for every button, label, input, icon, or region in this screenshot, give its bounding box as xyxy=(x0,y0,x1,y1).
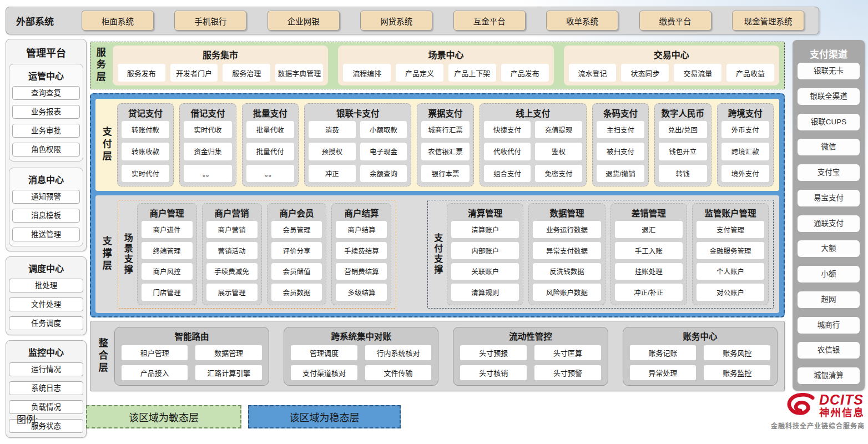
payment-channel-item: 银联CUPS xyxy=(798,114,860,130)
support-item: 个人账户 xyxy=(697,263,764,280)
payment-column-title: 线上支付 xyxy=(484,105,582,121)
legend-stable-box: 该区域为稳态层 xyxy=(248,405,401,428)
service-item: 开发者门户 xyxy=(170,64,218,82)
dcits-swirl-icon xyxy=(785,393,817,418)
payment-item: 余额查询 xyxy=(360,165,407,182)
payment-channel-item: 大额 xyxy=(798,240,860,257)
payment-item: 预授权 xyxy=(309,143,356,160)
integration-item: 行内系统核对 xyxy=(365,345,432,360)
integration-group-title: 账务中心 xyxy=(630,330,770,342)
payment-item: 转钱 xyxy=(659,165,706,182)
support-section-columns: 清算管理 清算账户内部账户关联账户清算规则 数据管理 业务运行数据异常支付数据反… xyxy=(447,203,769,305)
support-item: 业务运行数据 xyxy=(533,221,600,238)
support-item: 清算规则 xyxy=(451,284,519,301)
service-group: 场景中心 流程编排产品定义产品上下架产品发布 xyxy=(338,46,553,85)
management-platform-box: 管理平台 运管中心 查询查复业务报表业务审批角色权限 消息中心 通知预警消息模板… xyxy=(6,39,87,251)
management-group-title: 运管中心 xyxy=(12,69,80,82)
external-system-box: 互金平台 xyxy=(453,11,526,31)
payment-item: 批量代收 xyxy=(246,121,294,138)
payment-column-title: 借记支付 xyxy=(184,105,231,121)
support-item: 关联账户 xyxy=(451,263,519,280)
support-column-items: 业务运行数据异常支付数据反洗钱数据风险账户数据 xyxy=(533,221,600,301)
service-group-title: 场景中心 xyxy=(343,48,548,61)
payment-column-items: 主扫支付被扫支付退货/撤销 xyxy=(597,121,644,182)
payment-column-title: 数字人民币 xyxy=(659,105,706,121)
management-item: 系统日志 xyxy=(9,381,83,395)
support-item: 支付管理 xyxy=(697,221,764,238)
support-item: 商户风控 xyxy=(142,263,193,280)
payment-item: 跨境汇款 xyxy=(721,143,769,160)
integration-layer: 整合层 智能路由 租户管理数据管理产品接入汇路计算引擎 跨系统集中对账 管理调度… xyxy=(90,321,785,391)
support-item: 会员管理 xyxy=(271,221,322,238)
payment-item: 兑出/兑回 xyxy=(659,121,706,138)
payment-column-title: 批量支付 xyxy=(246,105,294,121)
support-item: 展示管理 xyxy=(206,284,258,301)
payment-item: 批量代付 xyxy=(246,143,294,160)
dcits-logo-row: DCITS 神州信息 xyxy=(785,393,865,418)
payment-item: 转账收款 xyxy=(122,143,169,160)
external-systems-bar: 外部系统 柜面系统手机银行企业网银网贷系统互金平台收单系统缴费平台现金管理系统 xyxy=(6,7,819,34)
support-item: 会员储值 xyxy=(271,263,322,280)
legend-agile-box: 该区域为敏态层 xyxy=(86,405,241,428)
support-item: 会员数据 xyxy=(271,284,322,301)
integration-item: 头寸核销 xyxy=(460,365,527,380)
service-item: 数据字典管理 xyxy=(275,64,323,82)
integration-group: 账务中心 账务记账账务风控异常处理账务监控 xyxy=(623,327,778,386)
payment-column: 借记支付 实时代收资金归集。。 xyxy=(179,103,236,186)
support-column: 监管账户管理 支付管理金融服务管理个人账户对公账户 xyxy=(692,203,769,305)
support-section: 场景支撑 商户管理 商户进件终端管理商户风控门店管理 商户营销 xyxy=(118,200,397,309)
dcits-logo-text: DCITS 神州信息 xyxy=(819,393,865,418)
payment-item: 银行本票 xyxy=(421,165,469,182)
payment-column: 跨境支付 外币支付跨境汇款境外支付 xyxy=(717,103,774,186)
support-item: 商户进件 xyxy=(142,221,193,238)
management-group: 运管中心 查询查复业务报表业务审批角色权限 xyxy=(9,64,83,162)
integration-groups: 智能路由 租户管理数据管理产品接入汇路计算引擎 跨系统集中对账 管理调度行内系统… xyxy=(114,327,778,386)
integration-item: 汇路计算引擎 xyxy=(195,365,262,380)
payment-item: 实时代收 xyxy=(184,121,231,138)
payment-channel-item: 小额 xyxy=(798,266,860,282)
integration-item: 数据管理 xyxy=(195,345,262,360)
support-item: 反洗钱数据 xyxy=(533,263,600,280)
payment-column-items: 城商行汇票农信银汇票银行本票 xyxy=(421,121,469,182)
payment-channels-list: 银联无卡银联全渠道银联CUPS微信支付宝易宝支付通联支付大额小额超网城商行农信银… xyxy=(798,63,860,384)
integration-group-title: 流动性管控 xyxy=(460,330,600,342)
payment-item: 充值提现 xyxy=(535,121,582,138)
support-item: 冲正/补正 xyxy=(615,284,683,301)
support-column-title: 数据管理 xyxy=(533,205,600,221)
service-layer-label: 服务层 xyxy=(95,47,105,84)
service-item: 产品发布 xyxy=(501,64,549,82)
service-layer: 服务层 服务集市 服务发布开发者门户服务治理数据字典管理 场景中心 流程编排产品… xyxy=(90,42,785,89)
payment-channel-item: 支付宝 xyxy=(798,164,860,181)
payment-column: 票据支付 城商行汇票农信银汇票银行本票 xyxy=(417,103,473,186)
integration-item: 头寸预报 xyxy=(460,345,527,360)
support-section-label: 支付支撑 xyxy=(432,233,442,275)
support-column-items: 支付管理金融服务管理个人账户对公账户 xyxy=(697,221,764,301)
payment-item: 外币支付 xyxy=(721,121,769,138)
payment-channel-item: 农信银 xyxy=(798,342,860,359)
management-platform-title: 管理平台 xyxy=(9,45,83,59)
external-system-box: 柜面系统 xyxy=(82,11,154,31)
service-item: 状态同步 xyxy=(621,64,669,82)
payment-item: 代收代付 xyxy=(484,143,531,160)
management-group: 调度中心 批处理文件处理任务调度 xyxy=(6,256,87,335)
support-column-title: 商户管理 xyxy=(142,205,193,221)
dcits-tagline: 金融科技全产业链综合服务商 xyxy=(771,421,865,430)
support-column: 商户结算 商户结算手续费结算营销费结算多级结算 xyxy=(331,203,391,305)
support-item: 营销活动 xyxy=(206,242,258,259)
integration-group: 跨系统集中对账 管理调度行内系统核对支付渠道核对文件传输 xyxy=(284,327,438,386)
payment-column-items: 兑出/兑回钱包开立转钱 xyxy=(659,121,706,182)
support-column-items: 会员管理评价分享会员储值会员数据 xyxy=(271,221,322,301)
payment-column: 条码支付 主扫支付被扫支付退货/撤销 xyxy=(592,103,649,186)
integration-group-items: 管理调度行内系统核对支付渠道核对文件传输 xyxy=(291,345,431,380)
payment-channel-item: 城银清算 xyxy=(798,367,860,384)
payment-item: 农信银汇票 xyxy=(421,143,469,160)
service-item: 流水登记 xyxy=(569,64,617,82)
service-item: 产品收益 xyxy=(726,64,774,82)
payment-item: 冲正 xyxy=(309,165,356,182)
integration-item: 文件传输 xyxy=(365,365,432,380)
support-column-title: 清算管理 xyxy=(451,205,519,221)
management-group-items: 通知预警消息模板推送管理 xyxy=(12,190,80,241)
integration-group-items: 账务记账账务风控异常处理账务监控 xyxy=(630,345,770,380)
support-item: 商户营销 xyxy=(206,221,258,238)
payment-item: 鉴权 xyxy=(535,143,582,160)
